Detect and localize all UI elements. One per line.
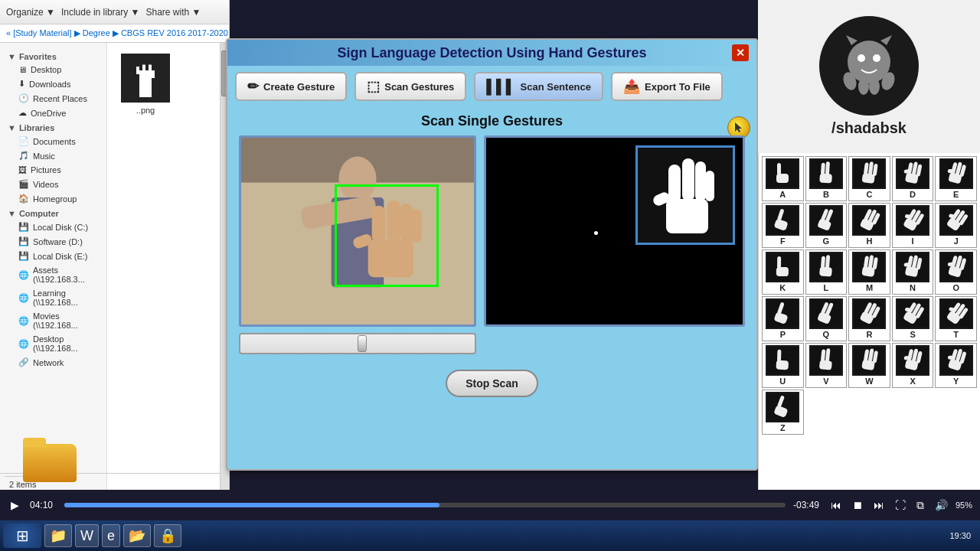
svg-rect-13 xyxy=(668,165,681,203)
file-thumb-png[interactable]: ..png xyxy=(115,51,176,118)
nav-desktop-net[interactable]: 🌐 Desktop (\\192.168... xyxy=(3,332,103,355)
asl-img-v xyxy=(809,345,843,376)
asl-label-p: P xyxy=(780,330,786,339)
progress-bar-area: ▶ 04:10 -03:49 ⏮ ⏹ ⏭ ⛶ ⧉ 🔊 95% xyxy=(0,490,980,520)
asl-cell-a: A xyxy=(762,156,804,201)
taskbar: ⊞ 📁 W e 📂 🔒 19:30 xyxy=(0,520,980,551)
nav-homegroup[interactable]: 🏠 Homegroup xyxy=(3,191,103,206)
asl-img-r xyxy=(852,298,886,329)
asl-label-v: V xyxy=(823,377,828,386)
asl-img-n xyxy=(896,252,929,282)
asl-grid-inner: A B C xyxy=(759,153,980,438)
nav-learning[interactable]: 🌐 Learning (\\192.168... xyxy=(3,286,103,309)
stop-scan-button[interactable]: Stop Scan xyxy=(446,370,537,397)
create-gesture-button[interactable]: ✏ Create Gesture xyxy=(235,72,347,101)
scan-sentence-button[interactable]: ▌▌▌ Scan Sentence xyxy=(474,72,603,101)
nav-onedrive[interactable]: ☁ OneDrive xyxy=(3,106,103,120)
asl-img-c xyxy=(852,158,886,189)
taskbar-ie[interactable]: e xyxy=(102,524,120,547)
svg-rect-10 xyxy=(411,210,422,243)
nav-movies[interactable]: 🌐 Movies (\\192.168... xyxy=(3,309,103,332)
nav-network[interactable]: 🔗 Network xyxy=(3,355,103,370)
svg-rect-126 xyxy=(819,360,832,370)
nav-d-drive[interactable]: 💾 Software (D:) xyxy=(3,234,103,249)
asl-label-b: B xyxy=(823,190,829,199)
asl-label-f: F xyxy=(780,236,786,246)
asl-img-s xyxy=(896,298,929,329)
file-label: ..png xyxy=(118,106,173,115)
start-button[interactable]: ⊞ xyxy=(3,523,41,548)
asl-img-g xyxy=(809,205,843,236)
hand-in-camera xyxy=(337,187,437,285)
progress-track[interactable] xyxy=(64,503,786,507)
nav-downloads[interactable]: ⬇ Downloads xyxy=(3,77,103,91)
close-button[interactable]: ✕ xyxy=(732,44,749,61)
asl-img-j xyxy=(939,205,973,236)
processed-feed xyxy=(484,135,745,327)
organize-btn[interactable]: Organize ▼ xyxy=(6,7,55,18)
breadcrumb[interactable]: « [Study Material] ▶ Degree ▶ CBGS REV 2… xyxy=(0,24,229,43)
asl-cell-t: T xyxy=(935,296,977,341)
pip-button[interactable]: ⧉ xyxy=(913,497,927,514)
asl-label-j: J xyxy=(954,236,959,246)
nav-documents[interactable]: 📄 Documents xyxy=(3,134,103,148)
nav-music[interactable]: 🎵 Music xyxy=(3,148,103,163)
slider-thumb[interactable] xyxy=(358,335,367,352)
asl-label-x: X xyxy=(910,377,915,386)
asl-label-s: S xyxy=(910,330,915,339)
scan-sentence-icon: ▌▌▌ xyxy=(486,79,515,95)
octocat-icon xyxy=(835,31,903,100)
taskbar-folder2[interactable]: 📂 xyxy=(123,524,151,547)
app-window: Sign Language Detection Using Hand Gestu… xyxy=(226,38,758,471)
svg-rect-30 xyxy=(819,173,832,183)
scan-gestures-button[interactable]: ⬚ Scan Gestures xyxy=(354,72,466,101)
svg-rect-123 xyxy=(776,360,789,370)
asl-cell-b: B xyxy=(805,156,848,201)
nav-c-drive[interactable]: 💾 Local Disk (C:) xyxy=(3,220,103,234)
nav-videos[interactable]: 🎬 Videos xyxy=(3,177,103,191)
detected-hand-svg xyxy=(647,149,724,241)
github-avatar: /shadabsk xyxy=(758,0,980,153)
play-pause-button[interactable]: ▶ xyxy=(8,497,22,513)
svg-rect-16 xyxy=(705,171,714,201)
next-button[interactable]: ⏭ xyxy=(871,497,887,513)
taskbar-security[interactable]: 🔒 xyxy=(154,524,181,547)
github-username: /shadabsk xyxy=(831,119,906,137)
volume-pct: 95% xyxy=(956,500,972,510)
nav-e-drive[interactable]: 💾 Local Disk (E:) xyxy=(3,249,103,263)
asl-cell-s: S xyxy=(892,296,934,341)
asl-img-i xyxy=(896,205,929,236)
asl-label-c: C xyxy=(867,190,873,199)
taskbar-word[interactable]: W xyxy=(75,524,99,547)
svg-rect-7 xyxy=(371,206,385,243)
prev-button[interactable]: ⏮ xyxy=(828,497,844,513)
svg-rect-9 xyxy=(400,204,413,243)
media-controls-right: ⏮ ⏹ ⏭ ⛶ ⧉ 🔊 95% xyxy=(828,497,972,514)
asl-cell-p: P xyxy=(762,296,804,341)
nav-recent[interactable]: 🕐 Recent Places xyxy=(3,91,103,106)
video-area xyxy=(235,135,749,327)
asl-img-e xyxy=(939,158,973,189)
asl-cell-i: I xyxy=(892,203,934,248)
asl-label-i: I xyxy=(912,236,914,246)
explorer-sidebar: Organize ▼ Include in library ▼ Share wi… xyxy=(0,0,230,520)
github-octocat xyxy=(819,16,919,116)
include-library-btn[interactable]: Include in library ▼ xyxy=(61,7,140,18)
stop-btn-area: Stop Scan xyxy=(235,370,749,397)
fullscreen-button[interactable]: ⛶ xyxy=(892,497,909,513)
stop-button[interactable]: ⏹ xyxy=(849,497,866,513)
nav-pictures[interactable]: 🖼 Pictures xyxy=(3,163,103,177)
taskbar-explorer[interactable]: 📁 xyxy=(44,524,72,547)
nav-assets[interactable]: 🌐 Assets (\\192.168.3... xyxy=(3,263,103,286)
slider-track[interactable] xyxy=(239,333,476,354)
svg-marker-19 xyxy=(880,35,892,45)
export-to-file-button[interactable]: 📤 Export To File xyxy=(611,72,723,101)
volume-button[interactable]: 🔊 xyxy=(932,497,951,513)
file-icon xyxy=(121,54,170,103)
asl-img-b xyxy=(809,158,843,189)
asl-img-t xyxy=(939,298,973,329)
titlebar: Sign Language Detection Using Hand Gestu… xyxy=(227,40,756,66)
share-with-btn[interactable]: Share with ▼ xyxy=(146,7,201,18)
nav-desktop[interactable]: 🖥 Desktop xyxy=(3,63,103,77)
svg-rect-5 xyxy=(368,240,413,277)
